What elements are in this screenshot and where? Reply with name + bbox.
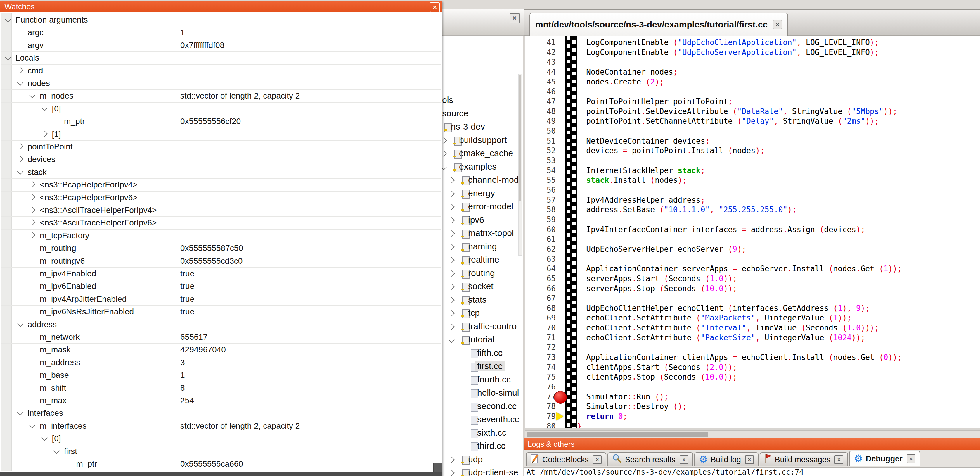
expand-icon[interactable] (17, 156, 23, 162)
tree-item[interactable]: routing (438, 268, 519, 280)
tree-item[interactable]: energy (438, 188, 519, 200)
watch-row[interactable]: m_mask4294967040 (1, 343, 442, 356)
tree-item[interactable]: buildsupport (438, 134, 519, 147)
code-line[interactable]: 66 serverApps.Stop (Seconds (10.0)); (525, 284, 980, 294)
code-line[interactable]: 41 LogComponentEnable ("UdpEchoClientApp… (525, 38, 980, 48)
tree-item[interactable]: ols (438, 94, 519, 107)
breakpoint-marker-icon[interactable] (554, 391, 567, 404)
close-icon[interactable]: × (773, 20, 782, 29)
log-tab-search-results[interactable]: Search results× (608, 452, 693, 466)
watch-row[interactable]: argv0x7fffffffdf08 (1, 39, 442, 52)
line-number[interactable]: 55 (525, 176, 556, 185)
close-icon[interactable]: × (745, 455, 754, 464)
tree-item[interactable]: fourth.cc (438, 374, 519, 386)
line-number[interactable]: 52 (525, 146, 556, 156)
tree-item[interactable]: third.cc (438, 440, 519, 453)
code-line[interactable]: 55 stack.Install (nodes); (525, 176, 980, 185)
collapse-icon[interactable] (54, 447, 60, 454)
expand-icon[interactable] (449, 177, 455, 183)
line-number[interactable]: 67 (525, 294, 556, 303)
watch-row[interactable]: m_ptr0x55555556cf20 (1, 115, 442, 128)
line-number[interactable]: 63 (525, 254, 556, 264)
collapse-icon[interactable] (17, 321, 23, 327)
code-line[interactable]: 44 NodeContainer nodes; (525, 67, 980, 77)
line-number[interactable]: 50 (525, 126, 556, 136)
code-line[interactable]: 75 clientApps.Stop (Seconds (10.0)); (525, 372, 980, 382)
tree-item[interactable]: channel-mod (438, 174, 519, 187)
tree-item[interactable]: realtime (438, 254, 519, 266)
watch-row[interactable]: address (1, 318, 442, 331)
code-line[interactable]: 56 (525, 185, 980, 195)
expand-icon[interactable] (449, 244, 455, 250)
line-number[interactable]: 69 (525, 313, 556, 323)
line-number[interactable]: 77 (525, 392, 556, 402)
watch-row[interactable]: m_ipv4Enabledtrue (1, 267, 442, 280)
watch-row[interactable]: Function arguments (1, 13, 442, 26)
watch-row[interactable]: interfaces (1, 407, 442, 420)
watch-row[interactable]: m_nodesstd::vector of length 2, capacity… (1, 89, 442, 102)
code-line[interactable]: 50 (525, 126, 980, 136)
tree-item[interactable]: second.cc (438, 401, 519, 413)
editor-tab-first-cc[interactable]: mnt/dev/tools/source/ns-3-dev/examples/t… (530, 13, 788, 36)
watch-row[interactable]: m_ipv6NsRsJitterEnabledtrue (1, 305, 442, 318)
close-icon[interactable]: × (593, 455, 601, 464)
line-number[interactable]: 46 (525, 87, 556, 97)
close-icon[interactable]: × (679, 455, 688, 464)
line-number[interactable]: 79 (525, 412, 556, 422)
code-line[interactable]: 42 LogComponentEnable ("UdpEchoServerApp… (525, 48, 980, 58)
tree-item[interactable]: ipv6 (438, 214, 519, 227)
watch-row[interactable]: m_max254 (1, 394, 442, 407)
watch-row[interactable]: first (1, 445, 442, 458)
collapse-icon[interactable] (17, 80, 23, 86)
tree-item[interactable]: tutorial (438, 334, 519, 346)
code-line[interactable]: 46 (525, 87, 980, 97)
tree-item[interactable]: traffic-contro (438, 321, 519, 333)
line-number[interactable]: 75 (525, 372, 556, 382)
line-number[interactable]: 73 (525, 353, 556, 363)
code-line[interactable]: 74 clientApps.Start (Seconds (2.0)); (525, 363, 980, 372)
line-number[interactable]: 47 (525, 97, 556, 107)
tree-scrollbar[interactable] (518, 73, 522, 256)
collapse-icon[interactable] (41, 435, 47, 441)
editor-horizontal-scrollbar[interactable] (525, 430, 980, 438)
tree-item[interactable]: socket (438, 281, 519, 293)
line-number[interactable]: 57 (525, 195, 556, 205)
code-line[interactable]: 49 pointToPoint.SetChannelAttribute ("De… (525, 117, 980, 126)
expand-icon[interactable] (449, 230, 455, 236)
line-number[interactable]: 65 (525, 274, 556, 284)
expand-icon[interactable] (449, 284, 455, 290)
tree-item[interactable]: sixth.cc (438, 427, 519, 439)
code-line[interactable]: 79 return 0; (525, 412, 980, 422)
resize-grip[interactable] (433, 463, 442, 472)
code-line[interactable]: 52 devices = pointToPoint.Install (nodes… (525, 146, 980, 156)
line-number[interactable]: 41 (525, 38, 556, 48)
watch-row[interactable]: m_interfacesstd::vector of length 2, cap… (1, 420, 442, 433)
line-number[interactable]: 60 (525, 225, 556, 235)
watch-row[interactable]: <ns3::PcapHelperForIpv6> (1, 191, 442, 204)
tree-item[interactable]: fifth.cc (438, 347, 519, 359)
collapse-icon[interactable] (41, 105, 47, 111)
collapse-icon[interactable] (5, 16, 11, 22)
code-line[interactable]: 54 InternetStackHelper stack; (525, 166, 980, 176)
log-tab-code-blocks[interactable]: Code::Blocks× (526, 452, 606, 466)
code-line[interactable]: 63 (525, 254, 980, 264)
watch-row[interactable]: m_shift8 (1, 382, 442, 395)
expand-icon[interactable] (449, 257, 455, 263)
watch-row[interactable]: m_base1 (1, 369, 442, 382)
line-number[interactable]: 80 (525, 422, 556, 428)
line-number[interactable]: 53 (525, 156, 556, 166)
line-number[interactable]: 72 (525, 343, 556, 353)
code-line[interactable]: 70 echoClient.SetAttribute ("Interval", … (525, 323, 980, 333)
collapse-icon[interactable] (5, 54, 11, 60)
expand-icon[interactable] (449, 470, 455, 476)
code-line[interactable]: 60 Ipv4InterfaceContainer interfaces = a… (525, 225, 980, 235)
line-number[interactable]: 45 (525, 77, 556, 87)
watch-row[interactable]: stack (1, 166, 442, 179)
line-number[interactable]: 54 (525, 166, 556, 176)
tree-item[interactable]: stats (438, 294, 519, 307)
tree-item[interactable]: udp-client-ser (438, 467, 519, 476)
tree-item[interactable]: tcp (438, 307, 519, 319)
line-number[interactable]: 44 (525, 67, 556, 77)
line-number[interactable]: 49 (525, 117, 556, 126)
collapse-icon[interactable] (17, 409, 23, 415)
